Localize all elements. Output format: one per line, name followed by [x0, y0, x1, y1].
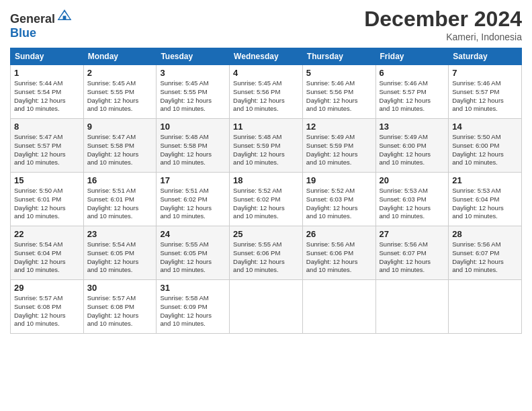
day-info: Sunrise: 5:45 AMSunset: 5:56 PMDaylight:… — [233, 79, 285, 112]
day-number: 27 — [380, 229, 445, 239]
calendar-cell: 23 Sunrise: 5:54 AMSunset: 6:05 PMDaylig… — [83, 226, 157, 280]
calendar-cell: 11 Sunrise: 5:48 AMSunset: 5:59 PMDaylig… — [230, 119, 303, 173]
calendar-table: SundayMondayTuesdayWednesdayThursdayFrid… — [10, 48, 522, 334]
day-info: Sunrise: 5:56 AMSunset: 6:07 PMDaylight:… — [452, 240, 504, 273]
day-number: 12 — [306, 122, 372, 132]
day-number: 20 — [380, 175, 445, 185]
calendar-cell: 29 Sunrise: 5:57 AMSunset: 6:08 PMDaylig… — [11, 280, 84, 334]
calendar-cell: 18 Sunrise: 5:52 AMSunset: 6:02 PMDaylig… — [230, 173, 303, 226]
calendar-cell: 31 Sunrise: 5:58 AMSunset: 6:09 PMDaylig… — [157, 280, 230, 334]
day-info: Sunrise: 5:53 AMSunset: 6:04 PMDaylight:… — [452, 187, 504, 220]
calendar-cell: 12 Sunrise: 5:49 AMSunset: 5:59 PMDaylig… — [302, 119, 375, 173]
calendar-cell: 8 Sunrise: 5:47 AMSunset: 5:57 PMDayligh… — [11, 119, 84, 173]
week-row-3: 15 Sunrise: 5:50 AMSunset: 6:01 PMDaylig… — [11, 173, 522, 226]
day-number: 26 — [306, 229, 372, 239]
day-number: 8 — [14, 122, 80, 132]
day-info: Sunrise: 5:54 AMSunset: 6:04 PMDaylight:… — [14, 240, 66, 273]
calendar-cell: 27 Sunrise: 5:56 AMSunset: 6:07 PMDaylig… — [375, 226, 449, 280]
calendar-cell: 6 Sunrise: 5:46 AMSunset: 5:57 PMDayligh… — [375, 65, 449, 119]
week-row-1: 1 Sunrise: 5:44 AMSunset: 5:54 PMDayligh… — [11, 65, 522, 119]
calendar-cell: 2 Sunrise: 5:45 AMSunset: 5:55 PMDayligh… — [83, 65, 157, 119]
day-info: Sunrise: 5:48 AMSunset: 5:59 PMDaylight:… — [233, 133, 285, 166]
day-number: 11 — [233, 122, 299, 132]
logo-icon — [56, 7, 73, 23]
day-number: 31 — [160, 283, 226, 293]
day-info: Sunrise: 5:46 AMSunset: 5:57 PMDaylight:… — [452, 79, 504, 112]
day-header-saturday: Saturday — [449, 48, 522, 65]
day-number: 23 — [87, 229, 153, 239]
day-info: Sunrise: 5:58 AMSunset: 6:09 PMDaylight:… — [160, 294, 212, 327]
day-number: 13 — [380, 122, 445, 132]
day-info: Sunrise: 5:46 AMSunset: 5:56 PMDaylight:… — [306, 79, 358, 112]
calendar-cell: 20 Sunrise: 5:53 AMSunset: 6:03 PMDaylig… — [375, 173, 449, 226]
calendar-cell: 4 Sunrise: 5:45 AMSunset: 5:56 PMDayligh… — [230, 65, 303, 119]
calendar-cell: 16 Sunrise: 5:51 AMSunset: 6:01 PMDaylig… — [83, 173, 157, 226]
day-info: Sunrise: 5:50 AMSunset: 6:00 PMDaylight:… — [452, 133, 504, 166]
day-number: 24 — [160, 229, 226, 239]
day-info: Sunrise: 5:54 AMSunset: 6:05 PMDaylight:… — [87, 240, 139, 273]
location: Kameri, Indonesia — [364, 32, 522, 42]
calendar-cell — [302, 280, 375, 334]
day-number: 7 — [452, 68, 518, 78]
calendar-cell: 10 Sunrise: 5:48 AMSunset: 5:58 PMDaylig… — [157, 119, 230, 173]
day-number: 6 — [380, 68, 445, 78]
day-info: Sunrise: 5:48 AMSunset: 5:58 PMDaylight:… — [160, 133, 212, 166]
day-info: Sunrise: 5:47 AMSunset: 5:58 PMDaylight:… — [87, 133, 139, 166]
day-header-monday: Monday — [83, 48, 157, 65]
day-number: 18 — [233, 175, 299, 185]
day-info: Sunrise: 5:50 AMSunset: 6:01 PMDaylight:… — [14, 187, 66, 220]
calendar-cell: 19 Sunrise: 5:52 AMSunset: 6:03 PMDaylig… — [302, 173, 375, 226]
day-info: Sunrise: 5:46 AMSunset: 5:57 PMDaylight:… — [380, 79, 431, 112]
calendar-cell: 3 Sunrise: 5:45 AMSunset: 5:55 PMDayligh… — [157, 65, 230, 119]
logo: General Blue — [10, 7, 73, 40]
day-info: Sunrise: 5:56 AMSunset: 6:07 PMDaylight:… — [380, 240, 431, 273]
calendar-header-row: SundayMondayTuesdayWednesdayThursdayFrid… — [11, 48, 522, 65]
logo-text: General Blue — [10, 7, 73, 40]
day-info: Sunrise: 5:45 AMSunset: 5:55 PMDaylight:… — [87, 79, 139, 112]
day-header-sunday: Sunday — [11, 48, 84, 65]
day-number: 30 — [87, 283, 153, 293]
day-info: Sunrise: 5:57 AMSunset: 6:08 PMDaylight:… — [87, 294, 139, 327]
day-number: 1 — [14, 68, 80, 78]
day-info: Sunrise: 5:56 AMSunset: 6:06 PMDaylight:… — [306, 240, 358, 273]
calendar-cell: 24 Sunrise: 5:55 AMSunset: 6:05 PMDaylig… — [157, 226, 230, 280]
day-number: 21 — [452, 175, 518, 185]
logo-blue: Blue — [10, 26, 36, 40]
calendar-cell: 5 Sunrise: 5:46 AMSunset: 5:56 PMDayligh… — [302, 65, 375, 119]
day-number: 19 — [306, 175, 372, 185]
calendar-cell — [449, 280, 522, 334]
calendar-cell: 28 Sunrise: 5:56 AMSunset: 6:07 PMDaylig… — [449, 226, 522, 280]
calendar-cell: 13 Sunrise: 5:49 AMSunset: 6:00 PMDaylig… — [375, 119, 449, 173]
day-number: 4 — [233, 68, 299, 78]
day-number: 2 — [87, 68, 153, 78]
day-header-tuesday: Tuesday — [157, 48, 230, 65]
day-number: 17 — [160, 175, 226, 185]
day-number: 10 — [160, 122, 226, 132]
day-number: 16 — [87, 175, 153, 185]
day-info: Sunrise: 5:49 AMSunset: 6:00 PMDaylight:… — [380, 133, 431, 166]
day-number: 5 — [306, 68, 372, 78]
day-info: Sunrise: 5:49 AMSunset: 5:59 PMDaylight:… — [306, 133, 358, 166]
day-info: Sunrise: 5:55 AMSunset: 6:05 PMDaylight:… — [160, 240, 212, 273]
week-row-2: 8 Sunrise: 5:47 AMSunset: 5:57 PMDayligh… — [11, 119, 522, 173]
month-title: December 2024 — [364, 7, 522, 32]
calendar-cell: 17 Sunrise: 5:51 AMSunset: 6:02 PMDaylig… — [157, 173, 230, 226]
day-header-wednesday: Wednesday — [230, 48, 303, 65]
day-info: Sunrise: 5:53 AMSunset: 6:03 PMDaylight:… — [380, 187, 431, 220]
header: General Blue December 2024 Kameri, Indon… — [10, 7, 522, 42]
day-header-friday: Friday — [375, 48, 449, 65]
day-number: 25 — [233, 229, 299, 239]
logo-general: General — [10, 12, 55, 26]
day-number: 3 — [160, 68, 226, 78]
day-info: Sunrise: 5:57 AMSunset: 6:08 PMDaylight:… — [14, 294, 66, 327]
calendar-cell — [375, 280, 449, 334]
day-info: Sunrise: 5:44 AMSunset: 5:54 PMDaylight:… — [14, 79, 66, 112]
calendar-cell: 15 Sunrise: 5:50 AMSunset: 6:01 PMDaylig… — [11, 173, 84, 226]
day-info: Sunrise: 5:55 AMSunset: 6:06 PMDaylight:… — [233, 240, 285, 273]
day-number: 9 — [87, 122, 153, 132]
day-number: 15 — [14, 175, 80, 185]
day-number: 29 — [14, 283, 80, 293]
week-row-4: 22 Sunrise: 5:54 AMSunset: 6:04 PMDaylig… — [11, 226, 522, 280]
day-number: 14 — [452, 122, 518, 132]
day-info: Sunrise: 5:52 AMSunset: 6:02 PMDaylight:… — [233, 187, 285, 220]
